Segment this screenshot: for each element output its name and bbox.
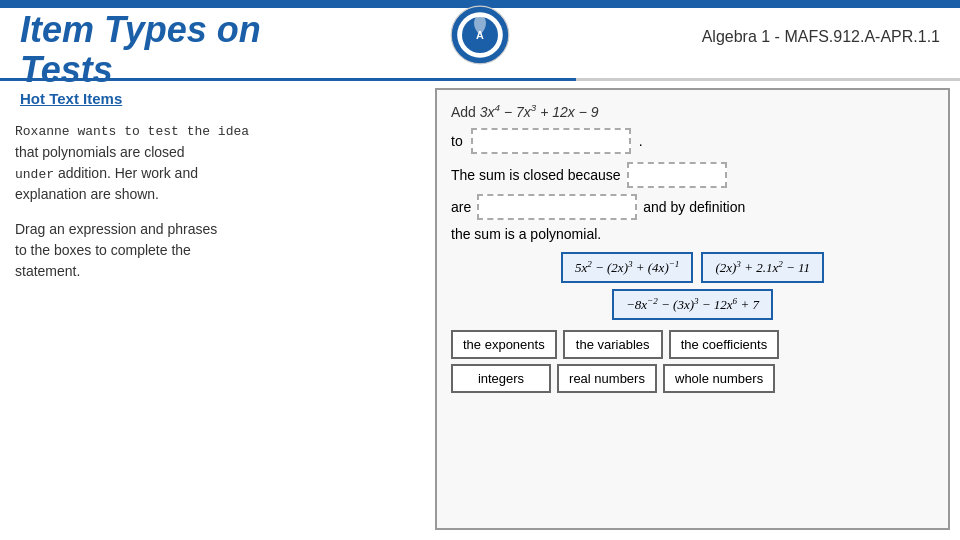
phrase-tile-whole-numbers[interactable]: whole numbers	[663, 364, 775, 393]
and-by-def-label: and by definition	[643, 199, 745, 215]
phrase-tile-variables[interactable]: the variables	[563, 330, 663, 359]
are-row: are and by definition	[451, 194, 934, 220]
divider	[0, 78, 960, 81]
content-panel: Add 3x4 − 7x3 + 12x − 9 to . The sum is …	[435, 88, 950, 530]
expr-tiles-row2: −8x−2 − (3x)3 − 12x6 + 7	[451, 289, 934, 320]
sum-closed-label: The sum is closed because	[451, 167, 621, 183]
phrase-tile-exponents[interactable]: the exponents	[451, 330, 557, 359]
phrase-tile-integers[interactable]: integers	[451, 364, 551, 393]
poly-text: the sum is a polynomial.	[451, 226, 934, 242]
sum-closed-input-box[interactable]	[627, 162, 727, 188]
course-label: Algebra 1 - MAFS.912.A-APR.1.1	[702, 28, 940, 46]
description: Roxanne wants to test the idea that poly…	[15, 120, 415, 296]
expr-tiles-row1: 5x2 − (2x)3 + (4x)−1 (2x)3 + 2.1x2 − 11	[451, 252, 934, 283]
period-1: .	[639, 133, 643, 149]
phrase-tile-coefficients[interactable]: the coefficients	[669, 330, 779, 359]
title-line2: Tests	[20, 50, 261, 90]
to-label: to	[451, 133, 463, 149]
phrase-tile-real-numbers[interactable]: real numbers	[557, 364, 657, 393]
to-row: to .	[451, 128, 934, 154]
expr-tile-1[interactable]: 5x2 − (2x)3 + (4x)−1	[561, 252, 693, 283]
problem-add-line: Add 3x4 − 7x3 + 12x − 9	[451, 102, 934, 120]
expr-tile-3[interactable]: −8x−2 − (3x)3 − 12x6 + 7	[612, 289, 773, 320]
title-line1: Item Types on	[20, 10, 261, 50]
are-label: are	[451, 199, 471, 215]
section-label: Hot Text Items	[20, 90, 122, 107]
logo: A	[450, 5, 510, 65]
desc-para2: Drag an expression and phrases to the bo…	[15, 219, 415, 282]
phrase-tiles-row1: the exponents the variables the coeffici…	[451, 330, 934, 359]
expr-tile-2[interactable]: (2x)3 + 2.1x2 − 11	[701, 252, 824, 283]
are-input-box[interactable]	[477, 194, 637, 220]
phrase-tiles-row2: integers real numbers whole numbers	[451, 364, 934, 393]
sum-closed-row: The sum is closed because	[451, 162, 934, 188]
to-input-box[interactable]	[471, 128, 631, 154]
desc-para1: Roxanne wants to test the idea that poly…	[15, 120, 415, 205]
